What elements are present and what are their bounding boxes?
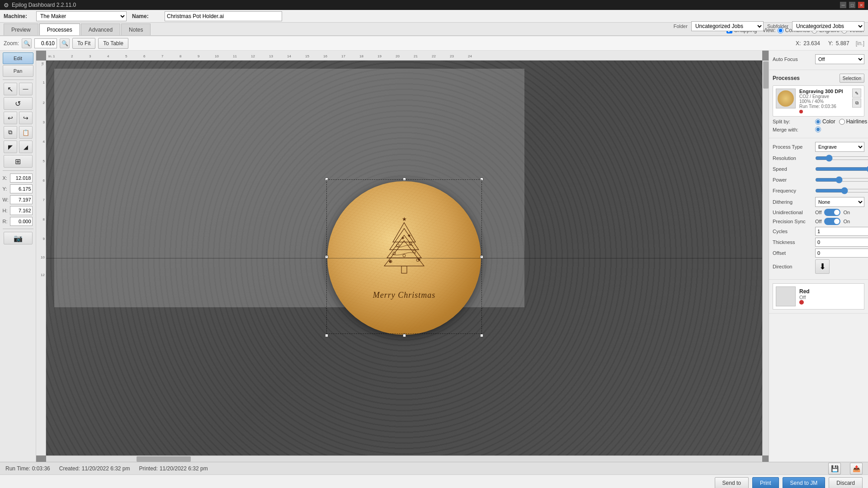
copy-paste-row: ⧉ 📋 (4, 126, 33, 139)
tab-preview[interactable]: Preview (4, 23, 38, 35)
discard-button[interactable]: Discard (829, 477, 863, 488)
power-slider-container: 40.0 % (815, 175, 868, 184)
work-area: ★ (46, 61, 762, 455)
center-hline (46, 258, 762, 258)
tab-advanced[interactable]: Advanced (81, 23, 120, 35)
dithering-select[interactable]: None (815, 197, 864, 207)
camera-button[interactable]: 📷 (4, 232, 33, 244)
cycles-input[interactable]: 1 (815, 227, 868, 236)
resolution-label: Resolution (773, 155, 813, 161)
speed-row: Speed 100.0 % (773, 164, 864, 174)
split-hairlines-label: Hairlines (846, 118, 868, 125)
direction-label: Direction (773, 264, 813, 269)
machine-select[interactable]: The Maker (36, 11, 127, 21)
folder-select[interactable]: Uncategorized Jobs (691, 21, 764, 31)
split-color-radio[interactable] (815, 119, 821, 125)
run-time-item: Run Time: 0:03:36 (5, 465, 50, 472)
to-table-button[interactable]: To Table (98, 38, 128, 49)
canvas-area[interactable]: in. 1 2 3 4 5 6 7 8 9 10 11 12 13 14 15 … (36, 51, 769, 462)
unidirectional-toggle-row: Off On (815, 209, 850, 216)
subfolder-label: Subfolder (767, 23, 788, 29)
job-name-input[interactable] (165, 11, 282, 21)
speed-label: Speed (773, 166, 813, 172)
dithering-label: Dithering (773, 199, 813, 205)
direction-button[interactable]: ⬇ (815, 259, 830, 274)
precision-sync-toggle[interactable] (824, 218, 840, 225)
select-dash-button[interactable]: — (19, 83, 33, 95)
canvas-viewport[interactable]: ★ (46, 61, 762, 455)
split-hairlines-radio[interactable] (839, 119, 845, 125)
copy-button[interactable]: ⧉ (4, 126, 17, 139)
folder-label: Folder (674, 23, 688, 29)
unidirectional-toggle[interactable] (824, 209, 840, 216)
select-tool-row: ↖ — (4, 83, 33, 95)
rotate-button[interactable]: ↺ (4, 97, 33, 110)
y-value-input[interactable]: 6.175 (10, 184, 33, 193)
close-button[interactable]: ✕ (858, 2, 864, 8)
minimize-button[interactable]: ─ (840, 2, 846, 8)
tool-section-edit: Edit Pan (0, 52, 36, 77)
speed-slider-container: 100.0 % (815, 164, 868, 174)
right-panel: Auto Focus Off Processes Selection Engra… (769, 51, 868, 462)
process-type-select[interactable]: Engrave (815, 142, 864, 152)
tool-divider-3 (3, 229, 33, 229)
thickness-input[interactable]: 0 (815, 238, 868, 247)
align-tl-button[interactable]: ◤ (4, 141, 17, 153)
speed-slider[interactable] (815, 166, 868, 172)
selection-button[interactable]: Selection (840, 74, 864, 83)
run-time-value: 0:03:36 (32, 465, 50, 472)
color-card: Red Off (773, 283, 864, 310)
pan-tool-button[interactable]: Pan (3, 65, 33, 77)
send-to-button[interactable]: Send to (715, 477, 749, 488)
power-label: Power (773, 177, 813, 183)
print-button[interactable]: Print (752, 477, 779, 488)
r-value-input[interactable]: 0.000 (10, 217, 33, 226)
edit-tool-button[interactable]: Edit (3, 52, 33, 64)
zoom-in-button[interactable]: 🔍 (60, 38, 70, 48)
maximize-button[interactable]: □ (849, 2, 855, 8)
tab-processes[interactable]: Processes (39, 23, 80, 35)
power-slider[interactable] (815, 177, 868, 183)
zoom-out-button[interactable]: 🔍 (22, 38, 32, 48)
merge-radio[interactable] (815, 127, 821, 132)
h-field-label: H: (3, 208, 9, 213)
to-fit-button[interactable]: To Fit (72, 38, 95, 49)
upload-icon-button[interactable]: 📤 (850, 463, 863, 474)
merge-with-label: Merge with: (773, 127, 813, 132)
x-value-input[interactable]: 12.018 (10, 174, 33, 183)
save-icon-button[interactable]: 💾 (828, 463, 841, 474)
x-field-label: X: (3, 175, 9, 181)
machine-label: Machine: (4, 13, 31, 19)
resolution-slider[interactable] (815, 155, 868, 161)
x-coord-label: X: (796, 40, 801, 47)
grid-button[interactable]: ⊞ (4, 155, 33, 168)
christmas-art: ★ (363, 213, 445, 300)
vertical-scrollbar[interactable] (762, 61, 769, 455)
titlebar-left: ⚙ Epilog Dashboard 2.2.11.0 (4, 2, 76, 9)
process-card[interactable]: Engraving 300 DPI CO2 / Engrave 100% / 4… (773, 85, 864, 117)
auto-focus-select[interactable]: Off (815, 54, 864, 64)
left-toolbar: Edit Pan ↖ — ↺ ↩ ↪ ⧉ 📋 ◤ ◢ ⊞ X: 12.018 Y… (0, 51, 36, 462)
h-value-input[interactable]: 7.162 (10, 206, 33, 215)
subfolder-select[interactable]: Uncategorized Jobs (792, 21, 864, 31)
svg-point-9 (413, 250, 415, 253)
horizontal-scrollbar[interactable] (46, 455, 762, 462)
process-run-time: Run Time: 0:03:36 (799, 104, 849, 109)
paste-button[interactable]: 📋 (19, 126, 33, 139)
process-copy-icon[interactable]: ⧉ (852, 99, 861, 108)
zoom-input[interactable] (34, 38, 57, 48)
select-arrow-button[interactable]: ↖ (4, 83, 17, 95)
frequency-slider[interactable] (815, 188, 868, 194)
w-value-input[interactable]: 7.197 (10, 195, 33, 204)
color-section: Red Off (769, 280, 868, 314)
send-to-jm-button[interactable]: Send to JM (783, 477, 826, 488)
offset-input[interactable]: 0 (815, 249, 868, 258)
process-sub1: CO2 / Engrave (799, 94, 849, 99)
undo-button[interactable]: ↩ (4, 112, 17, 124)
split-color-option: Color (815, 118, 835, 125)
precision-sync-off-label: Off (815, 219, 821, 224)
align-br-button[interactable]: ◢ (19, 141, 33, 153)
tab-notes[interactable]: Notes (121, 23, 151, 35)
process-edit-icon[interactable]: ✎ (852, 89, 861, 98)
redo-button[interactable]: ↪ (19, 112, 33, 124)
